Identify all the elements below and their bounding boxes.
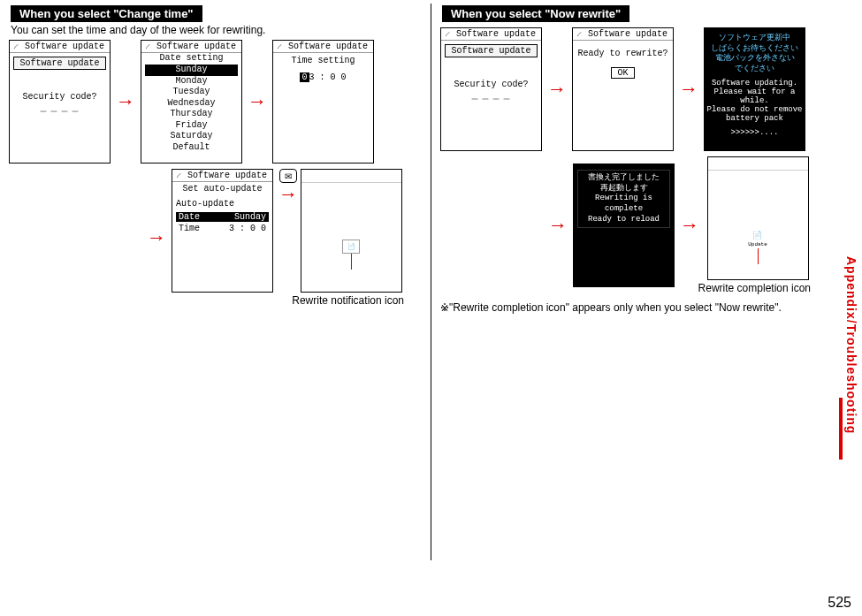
time-hour-input[interactable]: 0 bbox=[300, 72, 309, 82]
day-item[interactable]: Tuesday bbox=[145, 87, 238, 98]
screen-title: Software update bbox=[13, 57, 106, 70]
left-column: When you select "Change time" You can se… bbox=[0, 0, 431, 566]
day-item-sunday[interactable]: Sunday bbox=[145, 65, 238, 76]
arrow-icon: → bbox=[147, 226, 166, 249]
day-item[interactable]: Thursday bbox=[145, 109, 238, 120]
signal-icon: ⟋ bbox=[276, 42, 283, 50]
signal-icon: ⟋ bbox=[444, 30, 451, 38]
screen-date-setting: ⟋ Software update Date setting Sunday Mo… bbox=[141, 40, 242, 164]
right-flow-row1: ⟋ Software update Software update Securi… bbox=[440, 27, 853, 151]
screen-header: ⟋ Software update bbox=[273, 41, 373, 53]
screen-header: ⟋ Software update bbox=[10, 41, 110, 53]
arrow-icon: → bbox=[548, 214, 568, 237]
screen-body: Ready to rewrite? OK bbox=[573, 41, 673, 81]
screen-header: ⟋ Software update bbox=[573, 28, 673, 41]
columns: When you select "Change time" You can se… bbox=[0, 0, 862, 566]
page-number: 525 bbox=[828, 595, 851, 611]
ok-button[interactable]: OK bbox=[611, 67, 634, 79]
footnote: ※"Rewrite completion icon" appears only … bbox=[440, 301, 853, 314]
signal-icon: ⟋ bbox=[12, 42, 19, 50]
page: When you select "Change time" You can se… bbox=[0, 0, 862, 616]
notify-icon-screen: 📄 Rewrite notification icon bbox=[298, 169, 404, 307]
day-item[interactable]: Monday bbox=[145, 76, 238, 87]
screen-ready-rewrite: ⟋ Software update Ready to rewrite? OK bbox=[572, 27, 674, 151]
notify-caption: Rewrite notification icon bbox=[263, 294, 404, 307]
rewrite-completion-icon: 📄Update bbox=[748, 232, 767, 248]
screen-body: Set auto-update Auto-update DateSunday T… bbox=[172, 182, 272, 233]
screen-body: Security code? ＿＿＿＿ bbox=[441, 61, 541, 104]
screen-rewrite-complete: 書換え完了しました 再起動します Rewriting is complete R… bbox=[573, 164, 675, 287]
right-flow-row2: → 書換え完了しました 再起動します Rewriting is complete… bbox=[543, 156, 853, 294]
mail-icon: ✉ bbox=[279, 169, 297, 183]
left-flow-row1: ⟋ Software update Software update Securi… bbox=[9, 40, 422, 164]
screen-notification: 📄 bbox=[301, 169, 402, 293]
signal-icon: ⟋ bbox=[576, 30, 583, 38]
screen-updating: ソフトウェア更新中 しばらくお待ちください 電池パックを外さない でください S… bbox=[704, 27, 805, 151]
left-flow-row2: → ⟋ Software update Set auto-update Auto… bbox=[141, 169, 422, 307]
left-section-title: When you select "Change time" bbox=[11, 5, 202, 22]
arrow-icon: → bbox=[680, 214, 699, 237]
screen-header: ⟋ Software update bbox=[141, 41, 241, 53]
signal-icon: ⟋ bbox=[144, 42, 151, 50]
arrow-icon: → bbox=[116, 90, 135, 113]
arrow-icon: → bbox=[248, 90, 267, 113]
screen-final: 📄Update bbox=[707, 156, 809, 280]
screen-header: ⟋ Software update bbox=[441, 28, 541, 41]
screen-security-code: ⟋ Software update Software update Securi… bbox=[440, 27, 542, 151]
arrow-icon: → bbox=[679, 78, 698, 101]
screen-body: Time setting 03 : 0 0 bbox=[273, 53, 373, 85]
day-item[interactable]: Saturday bbox=[145, 131, 238, 142]
completion-icon-screen: 📄Update Rewrite completion icon bbox=[705, 156, 811, 294]
auto-update-date-row[interactable]: DateSunday bbox=[176, 212, 269, 222]
screen-time-setting: ⟋ Software update Time setting 03 : 0 0 bbox=[272, 40, 374, 164]
screen-auto-update: ⟋ Software update Set auto-update Auto-u… bbox=[172, 169, 273, 293]
rewrite-notification-icon: 📄 bbox=[342, 240, 360, 254]
callout-line bbox=[351, 254, 352, 270]
day-item[interactable]: Wednesday bbox=[145, 98, 238, 110]
side-tab-bar bbox=[839, 398, 843, 460]
signal-icon: ⟋ bbox=[175, 171, 182, 179]
screen-title: Software update bbox=[445, 44, 538, 57]
screen-body: Security code? ＿＿＿＿ bbox=[10, 73, 110, 117]
day-item[interactable]: Friday bbox=[145, 120, 238, 132]
security-code-input[interactable]: ＿＿＿＿ bbox=[445, 89, 538, 102]
icon-stack: ✉ → bbox=[278, 169, 298, 206]
day-item[interactable]: Default bbox=[145, 142, 238, 154]
screen-header: ⟋ Software update bbox=[172, 170, 272, 182]
day-list[interactable]: Sunday Monday Tuesday Wednesday Thursday… bbox=[145, 65, 238, 153]
completion-caption: Rewrite completion icon bbox=[669, 282, 811, 294]
arrow-icon: → bbox=[547, 78, 567, 101]
arrow-icon: → bbox=[278, 185, 298, 204]
right-section-title: When you select "Now rewrite" bbox=[442, 5, 629, 22]
security-code-input[interactable]: ＿＿＿＿ bbox=[13, 102, 106, 114]
screen-body: Date setting Sunday Monday Tuesday Wedne… bbox=[141, 53, 241, 156]
right-column: When you select "Now rewrite" ⟋ Software… bbox=[431, 0, 862, 566]
screen-security-code: ⟋ Software update Software update Securi… bbox=[9, 40, 111, 164]
left-description: You can set the time and day of the week… bbox=[11, 24, 422, 36]
side-tab-label: Appendix/Troubleshooting bbox=[844, 256, 858, 434]
callout-line bbox=[758, 248, 759, 264]
